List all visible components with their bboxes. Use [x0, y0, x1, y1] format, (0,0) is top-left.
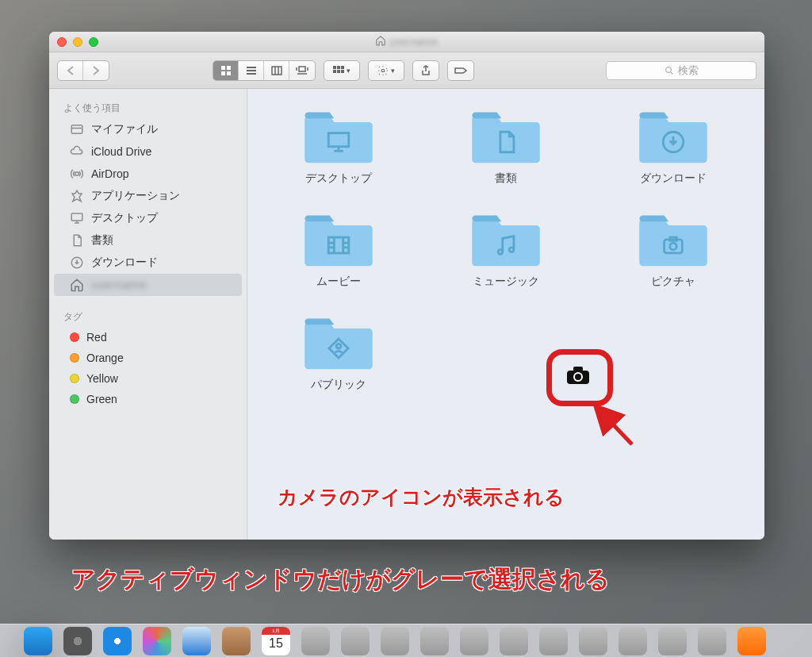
- svg-rect-19: [341, 70, 344, 73]
- file-grid-area[interactable]: デスクトップ書類ダウンロードムービーミュージックピクチャパブリック: [247, 89, 764, 540]
- svg-rect-1: [227, 66, 231, 70]
- svg-rect-10: [299, 67, 305, 71]
- svg-point-42: [509, 248, 514, 252]
- dock[interactable]: 1月 15: [0, 624, 812, 657]
- sidebar-item-label: AirDrop: [91, 167, 128, 180]
- svg-rect-17: [333, 70, 336, 73]
- svg-rect-0: [221, 66, 225, 70]
- tags-button[interactable]: [447, 60, 474, 81]
- search-field[interactable]: 検索: [606, 61, 756, 80]
- sidebar-item-label: デスクトップ: [91, 211, 158, 225]
- dock-app[interactable]: [460, 627, 488, 655]
- airdrop-icon: [70, 167, 84, 181]
- folder-public[interactable]: パブリック: [259, 313, 418, 392]
- forward-button[interactable]: [83, 61, 109, 80]
- dock-dashboard[interactable]: [143, 627, 171, 655]
- coverflow-view-button[interactable]: [289, 61, 315, 80]
- svg-point-21: [665, 67, 671, 72]
- finder-window[interactable]: username: [49, 32, 764, 540]
- tag-orange[interactable]: Orange: [54, 348, 242, 368]
- folder-download[interactable]: ダウンロード: [594, 106, 753, 186]
- dock-app[interactable]: [539, 627, 568, 655]
- window-title: username: [49, 35, 764, 48]
- folder-music[interactable]: ミュージック: [427, 209, 585, 289]
- sidebar-item-label: iCloud Drive: [91, 145, 151, 158]
- home-icon: [375, 35, 386, 48]
- dock-app[interactable]: [658, 627, 687, 655]
- icon-view-button[interactable]: [213, 61, 239, 80]
- applications-icon: [70, 189, 84, 203]
- annotation-arrow: [588, 401, 644, 456]
- annotation-active-window-text: アクティブウィンドウだけがグレーで選択される: [71, 563, 610, 596]
- dock-app[interactable]: [381, 627, 409, 655]
- svg-rect-18: [337, 70, 340, 73]
- svg-rect-2: [221, 71, 225, 75]
- list-view-button[interactable]: [239, 61, 264, 80]
- dock-safari[interactable]: [103, 627, 132, 655]
- sidebar-downloads[interactable]: ダウンロード: [54, 252, 242, 274]
- tag-red[interactable]: Red: [54, 327, 242, 348]
- svg-line-22: [670, 71, 672, 74]
- folder-icon: [468, 209, 544, 270]
- arrange-button[interactable]: ▾: [324, 60, 360, 81]
- dock-calendar[interactable]: 1月 15: [262, 627, 290, 655]
- svg-rect-7: [272, 67, 282, 75]
- folder-label: ムービー: [316, 275, 361, 289]
- sidebar-myfiles[interactable]: マイファイル: [54, 118, 242, 140]
- folder-doc[interactable]: 書類: [427, 106, 585, 186]
- dock-contacts[interactable]: [222, 627, 251, 655]
- folder-icon: [301, 313, 377, 373]
- action-button[interactable]: ▾: [368, 60, 404, 81]
- column-view-button[interactable]: [264, 61, 289, 80]
- dock-app[interactable]: [619, 627, 647, 655]
- calendar-month: 1月: [262, 627, 290, 635]
- tag-dot-orange: [70, 353, 79, 363]
- share-button[interactable]: [412, 60, 439, 81]
- sidebar-item-label: ダウンロード: [91, 256, 158, 270]
- folder-picture[interactable]: ピクチャ: [594, 209, 753, 289]
- tag-green[interactable]: Green: [54, 389, 242, 409]
- dock-app[interactable]: [420, 627, 449, 655]
- svg-rect-30: [329, 133, 350, 147]
- dock-launchpad[interactable]: [63, 627, 92, 655]
- folder-desktop[interactable]: デスクトップ: [259, 106, 418, 186]
- dock-app[interactable]: [579, 627, 607, 655]
- sidebar: よく使う項目 マイファイル iCloud Drive AirDrop アプリケー…: [49, 89, 247, 540]
- folder-label: ミュージック: [473, 275, 539, 289]
- svg-point-47: [336, 344, 341, 348]
- toolbar: ▾ ▾ 検索: [49, 52, 764, 89]
- dock-app[interactable]: [737, 627, 766, 655]
- folder-icon: [635, 106, 711, 167]
- view-mode-group: [213, 60, 316, 81]
- dock-finder[interactable]: [24, 627, 52, 655]
- folder-movie[interactable]: ムービー: [259, 209, 418, 289]
- svg-rect-15: [337, 66, 340, 69]
- folder-icon: [468, 106, 544, 167]
- sidebar-applications[interactable]: アプリケーション: [54, 185, 242, 207]
- sidebar-item-label: マイファイル: [91, 122, 158, 136]
- sidebar-airdrop[interactable]: AirDrop: [54, 163, 242, 185]
- tag-dot-yellow: [70, 374, 79, 383]
- back-button[interactable]: [58, 61, 83, 80]
- folder-icon: [301, 106, 377, 167]
- sidebar-documents[interactable]: 書類: [54, 229, 242, 252]
- search-placeholder: 検索: [678, 63, 699, 78]
- cloud-icon: [70, 144, 84, 159]
- sidebar-item-label: 書類: [91, 233, 113, 248]
- dock-app[interactable]: [341, 627, 370, 655]
- dock-app[interactable]: [698, 627, 726, 655]
- titlebar[interactable]: username: [49, 32, 764, 52]
- sidebar-desktop[interactable]: デスクトップ: [54, 207, 242, 229]
- tag-yellow[interactable]: Yellow: [54, 368, 242, 389]
- svg-rect-14: [333, 66, 336, 69]
- sidebar-icloud[interactable]: iCloud Drive: [54, 140, 242, 163]
- dock-mail[interactable]: [182, 627, 211, 655]
- home-icon: [70, 278, 84, 292]
- dock-app[interactable]: [500, 627, 528, 655]
- nav-buttons: [57, 60, 109, 81]
- folder-label: パブリック: [311, 378, 366, 392]
- sidebar-home[interactable]: username: [54, 274, 242, 296]
- folder-icon: [301, 209, 377, 270]
- downloads-icon: [70, 256, 84, 270]
- dock-app[interactable]: [301, 627, 330, 655]
